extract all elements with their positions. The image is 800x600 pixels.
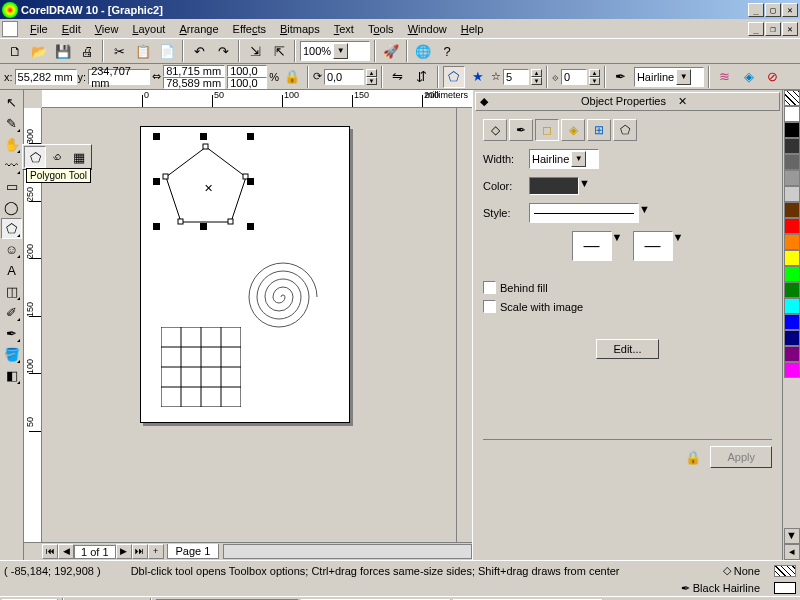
freehand-tool[interactable]: 〰 bbox=[1, 155, 22, 176]
text-tool[interactable]: A bbox=[1, 260, 22, 281]
color-swatch[interactable] bbox=[784, 314, 800, 330]
pick-tool[interactable]: ↖ bbox=[1, 92, 22, 113]
menu-bitmaps[interactable]: Bitmaps bbox=[274, 21, 326, 37]
outline-tool[interactable]: ✒ bbox=[1, 323, 22, 344]
page-prev[interactable]: ◀ bbox=[58, 544, 74, 559]
polygon-mode-button[interactable]: ⬠ bbox=[443, 66, 465, 88]
pentagon-shape[interactable]: ✕ bbox=[161, 142, 251, 232]
maximize-button[interactable]: ▢ bbox=[765, 3, 781, 17]
open-button[interactable]: 📂 bbox=[28, 40, 50, 62]
flyout-polygon[interactable]: ⬠ bbox=[24, 146, 46, 168]
color-swatch[interactable] bbox=[784, 330, 800, 346]
ptab-outline-pen[interactable]: ✒ bbox=[509, 119, 533, 141]
sel-handle[interactable] bbox=[200, 223, 207, 230]
sel-handle[interactable] bbox=[247, 133, 254, 140]
print-button[interactable]: 🖨 bbox=[76, 40, 98, 62]
page-add[interactable]: + bbox=[148, 544, 164, 559]
menu-arrange[interactable]: Arrange bbox=[173, 21, 224, 37]
color-swatch[interactable] bbox=[784, 362, 800, 378]
cut-button[interactable]: ✂ bbox=[108, 40, 130, 62]
mdi-restore-button[interactable]: ❐ bbox=[765, 22, 781, 36]
color-swatch[interactable] bbox=[784, 202, 800, 218]
color-swatch[interactable] bbox=[784, 234, 800, 250]
scrollbar-horizontal[interactable] bbox=[223, 544, 472, 559]
mirror-v-button[interactable]: ⇵ bbox=[411, 66, 433, 88]
color-swatch[interactable] bbox=[784, 298, 800, 314]
height-field[interactable]: 78,589 mm bbox=[163, 77, 225, 89]
dropdown-icon[interactable]: ▼ bbox=[333, 43, 348, 59]
save-button[interactable]: 💾 bbox=[52, 40, 74, 62]
outline-width-combo[interactable]: Hairline▼ bbox=[529, 149, 599, 169]
sel-handle[interactable] bbox=[200, 133, 207, 140]
menu-text[interactable]: Text bbox=[328, 21, 360, 37]
interactive-fill-tool[interactable]: ◧ bbox=[1, 365, 22, 386]
mirror-h-button[interactable]: ⇋ bbox=[387, 66, 409, 88]
canvas[interactable]: ✕ bbox=[42, 108, 456, 542]
ptab-outline[interactable]: ◻ bbox=[535, 119, 559, 141]
end-arrow-combo[interactable] bbox=[633, 231, 673, 261]
mdi-minimize-button[interactable]: _ bbox=[748, 22, 764, 36]
spiral-shape[interactable] bbox=[231, 247, 331, 347]
redo-button[interactable]: ↷ bbox=[212, 40, 234, 62]
color-swatch[interactable] bbox=[784, 282, 800, 298]
color-swatch[interactable] bbox=[784, 154, 800, 170]
menu-file[interactable]: File bbox=[24, 21, 54, 37]
edit-button[interactable]: Edit... bbox=[596, 339, 658, 359]
flyout-graph[interactable]: ▦ bbox=[68, 146, 90, 168]
color-swatch[interactable] bbox=[784, 186, 800, 202]
menu-effects[interactable]: Effects bbox=[227, 21, 272, 37]
color-swatch[interactable] bbox=[784, 170, 800, 186]
zoom-tool[interactable]: ✋ bbox=[1, 134, 22, 155]
points-spinner[interactable]: ▲▼ bbox=[531, 69, 542, 85]
ellipse-tool[interactable]: ◯ bbox=[1, 197, 22, 218]
sel-handle[interactable] bbox=[153, 133, 160, 140]
ptab-fill[interactable]: ◇ bbox=[483, 119, 507, 141]
outline-style-combo[interactable] bbox=[529, 203, 639, 223]
weld-spinner[interactable]: ▲▼ bbox=[589, 69, 600, 85]
page-first[interactable]: ⏮ bbox=[42, 544, 58, 559]
copy-button[interactable]: 📋 bbox=[132, 40, 154, 62]
launch-button[interactable]: 🚀 bbox=[380, 40, 402, 62]
sel-handle[interactable] bbox=[247, 223, 254, 230]
ptab-polygon[interactable]: ⬠ bbox=[613, 119, 637, 141]
no-color-swatch[interactable] bbox=[784, 90, 800, 106]
minimize-button[interactable]: _ bbox=[748, 3, 764, 17]
export-button[interactable]: ⇱ bbox=[268, 40, 290, 62]
grid-shape[interactable] bbox=[161, 327, 241, 407]
page-tab[interactable]: Page 1 bbox=[167, 544, 220, 559]
fill-tool[interactable]: 🪣 bbox=[1, 344, 22, 365]
page-next[interactable]: ▶ bbox=[116, 544, 132, 559]
scalex-field[interactable]: 100,0 bbox=[227, 65, 267, 77]
wrap-button[interactable]: ≋ bbox=[714, 66, 736, 88]
points-field[interactable]: 5 bbox=[503, 69, 529, 85]
break-button[interactable]: ⊘ bbox=[762, 66, 784, 88]
page-last[interactable]: ⏭ bbox=[132, 544, 148, 559]
menu-view[interactable]: View bbox=[89, 21, 125, 37]
close-button[interactable]: ✕ bbox=[782, 3, 798, 17]
start-arrow-combo[interactable] bbox=[572, 231, 612, 261]
rotation-field[interactable]: 0,0 bbox=[324, 69, 364, 85]
outline-combo[interactable]: Hairline ▼ bbox=[634, 67, 704, 87]
interactive-tool[interactable]: ◫ bbox=[1, 281, 22, 302]
ruler-horizontal[interactable]: 050100150200250millimeters bbox=[42, 90, 472, 108]
panel-close-icon[interactable]: ✕ bbox=[678, 95, 775, 108]
zoom-combo[interactable]: 100% ▼ bbox=[300, 41, 370, 61]
import-button[interactable]: ⇲ bbox=[244, 40, 266, 62]
new-button[interactable]: 🗋 bbox=[4, 40, 26, 62]
sel-handle[interactable] bbox=[247, 178, 254, 185]
undo-button[interactable]: ↶ bbox=[188, 40, 210, 62]
menu-window[interactable]: Window bbox=[402, 21, 453, 37]
palette-menu[interactable]: ◂ bbox=[784, 544, 800, 560]
ptab-transform[interactable]: ◈ bbox=[561, 119, 585, 141]
polygon-tool[interactable]: ⬠ bbox=[1, 218, 22, 239]
color-swatch[interactable] bbox=[784, 250, 800, 266]
color-swatch[interactable] bbox=[784, 218, 800, 234]
sel-handle[interactable] bbox=[153, 223, 160, 230]
palette-scroll-down[interactable]: ▼ bbox=[784, 528, 800, 544]
help-icon[interactable]: ? bbox=[436, 40, 458, 62]
menu-tools[interactable]: Tools bbox=[362, 21, 400, 37]
panel-title-bar[interactable]: ◆ Object Properties ✕ bbox=[475, 92, 780, 111]
paste-button[interactable]: 📄 bbox=[156, 40, 178, 62]
outline-color-swatch[interactable] bbox=[529, 177, 579, 195]
ptab-web[interactable]: ⊞ bbox=[587, 119, 611, 141]
